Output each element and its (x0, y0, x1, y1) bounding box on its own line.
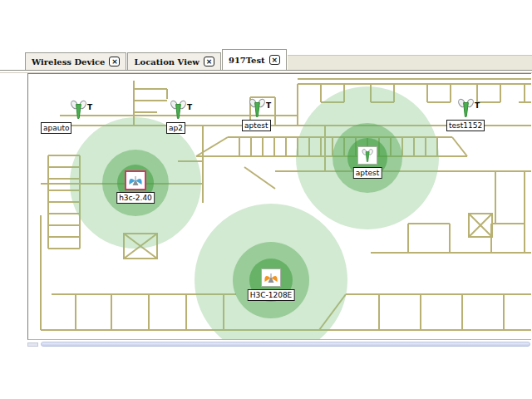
ap-label: ap2 (166, 122, 185, 134)
scrollbar-left-button[interactable] (27, 342, 38, 347)
ap-label: apauto (41, 122, 71, 134)
tab-location-view[interactable]: Location View × (127, 52, 220, 70)
antenna-ap-icon (248, 97, 268, 120)
scrollbar-thumb[interactable] (41, 342, 530, 347)
coverage-ap-icon (261, 268, 281, 287)
ap-type-badge: T (266, 101, 271, 110)
horizontal-scrollbar[interactable] (27, 342, 531, 347)
tab-label: 917Test (229, 56, 265, 65)
tab-close-icon[interactable]: × (204, 57, 214, 66)
tab-label: Wireless Device (32, 57, 105, 66)
antenna-ap-glyph (361, 148, 375, 164)
antenna-ap-icon (69, 99, 89, 121)
tab-917test[interactable]: 917Test × (222, 49, 287, 70)
coverage-ap-icon (357, 146, 377, 165)
butterfly-ap-glyph (128, 174, 143, 187)
butterfly-ap-glyph (264, 271, 278, 284)
map-view: h3c-2.40 aptest H3C-1208E T apaut (27, 73, 531, 340)
ap-type-badge: T (475, 101, 480, 110)
coverage-ap-icon (125, 170, 146, 190)
marker-layer: h3c-2.40 aptest H3C-1208E T apaut (28, 74, 531, 339)
coverage-ap-label: H3C-1208E (248, 289, 295, 301)
tab-wireless-device[interactable]: Wireless Device × (25, 52, 126, 70)
ap-label: test1152 (446, 120, 485, 131)
coverage-ap-label: aptest (353, 167, 382, 179)
ap-type-badge: T (187, 103, 192, 111)
tab-label: Location View (134, 57, 199, 66)
coverage-ap-label: h3c-2.40 (116, 192, 155, 204)
tab-close-icon[interactable]: × (109, 57, 120, 66)
antenna-ap-icon (456, 97, 476, 120)
tab-bar: Wireless Device × Location View × 917Tes… (25, 49, 532, 70)
tab-strip-filler (288, 55, 532, 70)
tab-close-icon[interactable]: × (269, 55, 280, 65)
ap-type-badge: T (87, 103, 92, 111)
ap-label: aptest (242, 120, 271, 131)
antenna-ap-icon (169, 99, 189, 121)
